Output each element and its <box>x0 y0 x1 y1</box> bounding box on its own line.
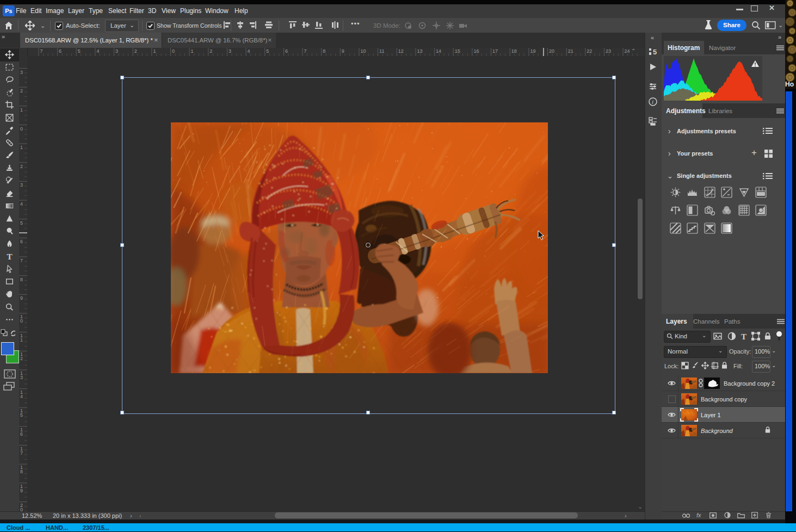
svg-text:7: 7 <box>20 450 23 456</box>
svg-text:4: 4 <box>96 48 99 54</box>
svg-text:21: 21 <box>568 48 573 54</box>
svg-text:7: 7 <box>40 48 43 54</box>
svg-text:7: 7 <box>20 258 23 263</box>
svg-text:4: 4 <box>20 394 23 399</box>
svg-text:6: 6 <box>59 48 61 54</box>
svg-text:4: 4 <box>248 48 250 54</box>
svg-text:20: 20 <box>549 48 554 54</box>
svg-text:19: 19 <box>530 48 535 54</box>
svg-text:1: 1 <box>153 48 156 54</box>
svg-text:17: 17 <box>492 48 498 54</box>
svg-text:5: 5 <box>653 48 657 56</box>
svg-text:T: T <box>741 332 746 341</box>
svg-text:5: 5 <box>266 48 269 54</box>
svg-text:13: 13 <box>417 48 423 54</box>
svg-text:3: 3 <box>115 48 118 54</box>
svg-text:22: 22 <box>587 48 592 54</box>
svg-text:16: 16 <box>473 48 479 54</box>
svg-text:8: 8 <box>323 48 325 54</box>
svg-text:2: 2 <box>20 88 23 94</box>
svg-text:8: 8 <box>20 469 23 474</box>
svg-text:5: 5 <box>78 48 81 54</box>
svg-text:5: 5 <box>20 412 23 418</box>
svg-text:9: 9 <box>20 488 23 493</box>
svg-text:14: 14 <box>436 48 441 54</box>
svg-text:1: 1 <box>20 145 23 150</box>
svg-text:3: 3 <box>20 70 23 75</box>
svg-text:0: 0 <box>20 507 23 512</box>
svg-text:0: 0 <box>20 318 23 324</box>
svg-text:2: 2 <box>20 356 23 361</box>
svg-text:7: 7 <box>304 48 307 54</box>
svg-text:3: 3 <box>20 182 23 188</box>
svg-text:0: 0 <box>172 48 175 54</box>
svg-text:11: 11 <box>379 48 384 54</box>
svg-text:1: 1 <box>191 48 194 54</box>
svg-text:24: 24 <box>625 48 630 54</box>
svg-text:2: 2 <box>209 48 212 54</box>
svg-text:i: i <box>652 98 653 105</box>
svg-text:12: 12 <box>398 48 404 54</box>
svg-text:0: 0 <box>20 126 23 132</box>
svg-text:2: 2 <box>134 48 137 54</box>
svg-text:10: 10 <box>361 48 366 54</box>
svg-text:3: 3 <box>229 48 231 54</box>
svg-text:4: 4 <box>20 201 23 207</box>
svg-text:5: 5 <box>20 220 23 226</box>
svg-text:1: 1 <box>20 107 23 113</box>
svg-text:15: 15 <box>455 48 460 54</box>
svg-text:6: 6 <box>20 431 23 437</box>
svg-text:23: 23 <box>606 48 611 54</box>
svg-text:6: 6 <box>20 239 23 244</box>
svg-text:18: 18 <box>511 48 517 54</box>
svg-text:9: 9 <box>342 48 344 54</box>
svg-text:3: 3 <box>20 375 23 380</box>
svg-text:8: 8 <box>20 277 23 282</box>
svg-text:1: 1 <box>20 337 23 343</box>
svg-text:2: 2 <box>20 164 23 169</box>
svg-text:9: 9 <box>20 295 23 301</box>
svg-text:6: 6 <box>285 48 288 54</box>
